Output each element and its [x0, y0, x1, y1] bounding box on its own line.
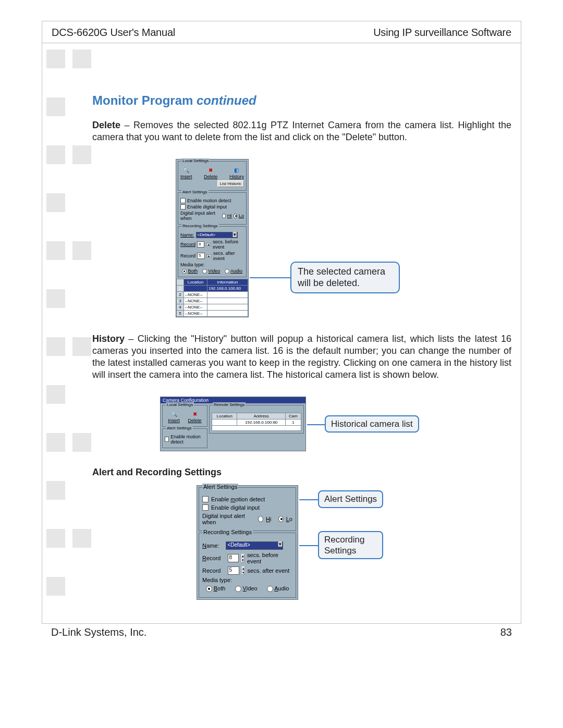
- name-select[interactable]: <Default>: [226, 541, 283, 550]
- digital-checkbox[interactable]: [202, 504, 209, 511]
- footer-company: D-Link Systems, Inc.: [51, 626, 146, 638]
- motion-checkbox[interactable]: [180, 198, 186, 203]
- fig3-callout-recording: RecordingSettings: [318, 531, 383, 560]
- digital-checkbox[interactable]: [180, 204, 186, 209]
- delete-button[interactable]: Delete: [204, 174, 217, 179]
- alert-settings-label: Alert Settings: [202, 484, 238, 490]
- history-button[interactable]: History: [229, 174, 244, 179]
- insert-button[interactable]: Insert: [180, 174, 192, 179]
- lo-radio[interactable]: [234, 214, 237, 218]
- insert-button[interactable]: Insert: [168, 418, 180, 423]
- history-table: LocationAddressCam 192.168.0.100:801: [212, 413, 301, 426]
- history-icon[interactable]: ◧: [233, 167, 240, 174]
- list-historic-button[interactable]: List Historic: [217, 180, 244, 187]
- video-radio[interactable]: [235, 586, 241, 592]
- subsection-title: Alert and Recording Settings: [92, 467, 511, 478]
- page-header: DCS-6620G User's Manual Using IP surveil…: [42, 21, 521, 43]
- lo-radio[interactable]: [278, 516, 284, 522]
- header-right: Using IP surveillance Software: [373, 27, 511, 39]
- fig2-camera-config-panel: Camera Configuration Local Settings 🔍Ins…: [160, 397, 306, 451]
- before-stepper[interactable]: ▴: [206, 243, 211, 246]
- after-stepper[interactable]: ▴▾: [242, 566, 245, 575]
- fig2-callout: Historical camera list: [325, 415, 419, 433]
- fig3-callout-alert: Alert Settings: [318, 490, 383, 508]
- recording-settings-label: Recording Settings: [181, 224, 219, 228]
- decorative-sidebar: [42, 43, 92, 620]
- table-row[interactable]: 3: [177, 298, 184, 304]
- motion-checkbox[interactable]: [202, 496, 209, 502]
- history-paragraph: History – Clicking the "History" button …: [92, 333, 511, 381]
- local-settings-label: Local Settings: [181, 158, 210, 163]
- header-left: DCS-6620G User's Manual: [52, 27, 175, 39]
- delete-paragraph: Delete – Removes the selected 802.11g PT…: [92, 119, 511, 143]
- fig3-settings-panel: Alert Settings Enable motion detect Enab…: [197, 485, 298, 600]
- after-stepper[interactable]: ▴: [206, 254, 212, 257]
- page-footer: D-Link Systems, Inc. 83: [42, 626, 521, 638]
- table-row: 192.168.0.100:801: [212, 419, 301, 426]
- before-secs-input[interactable]: 8: [197, 241, 204, 248]
- table-row[interactable]: 1: [177, 286, 184, 292]
- page-number: 83: [500, 626, 512, 638]
- insert-icon[interactable]: 🔍: [170, 411, 178, 418]
- both-radio[interactable]: [182, 269, 187, 274]
- alert-settings-label: Alert Settings: [181, 190, 209, 194]
- delete-icon[interactable]: ✖: [191, 411, 199, 418]
- recording-settings-label: Recording Settings: [202, 529, 253, 535]
- table-row[interactable]: 4: [177, 304, 184, 311]
- motion-checkbox[interactable]: [165, 437, 169, 442]
- after-secs-input[interactable]: 5: [228, 566, 239, 575]
- insert-icon[interactable]: 🔍: [182, 167, 190, 174]
- table-row[interactable]: 5: [177, 311, 184, 317]
- fig1-local-settings-panel: Local Settings 🔍 Insert ✖ Delete: [176, 159, 249, 317]
- before-stepper[interactable]: ▴▾: [241, 554, 244, 562]
- camera-table: LocationInformation 1192.168.0.100.80 2-…: [176, 279, 248, 317]
- video-radio[interactable]: [202, 269, 207, 274]
- hi-radio[interactable]: [222, 214, 226, 218]
- both-radio[interactable]: [206, 586, 212, 592]
- hi-radio[interactable]: [258, 516, 263, 522]
- delete-icon[interactable]: ✖: [207, 167, 214, 174]
- name-select[interactable]: <Default>: [196, 232, 238, 238]
- after-secs-input[interactable]: 5: [197, 253, 205, 259]
- delete-button[interactable]: Delete: [188, 418, 202, 423]
- before-secs-input[interactable]: 8: [228, 554, 239, 562]
- fig1-callout: The selected camera will be deleted.: [290, 262, 400, 293]
- table-row[interactable]: 2: [177, 292, 184, 298]
- audio-radio[interactable]: [225, 269, 229, 274]
- audio-radio[interactable]: [267, 586, 273, 592]
- section-title: Monitor Program continued: [92, 93, 511, 108]
